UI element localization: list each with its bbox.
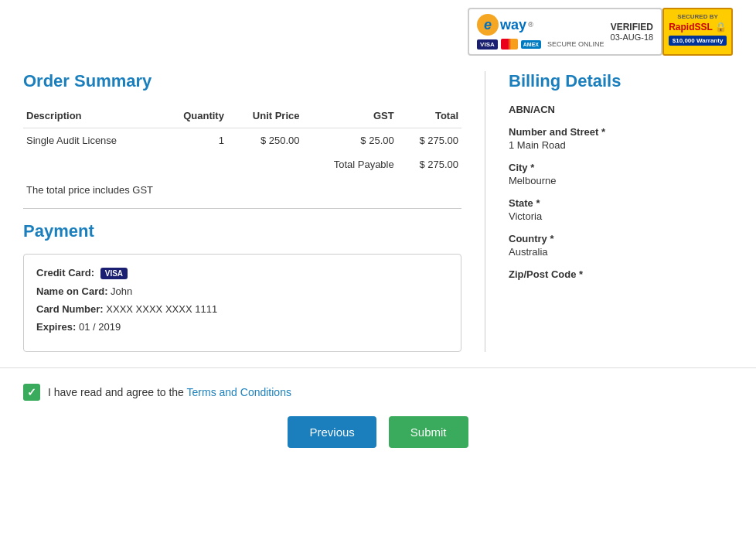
- street-label: Number and Street *: [509, 126, 733, 138]
- card-number-label: Card Number:: [36, 303, 104, 315]
- country-label: Country *: [509, 233, 733, 244]
- submit-button[interactable]: Submit: [389, 416, 468, 448]
- city-value: Melbourne: [509, 175, 733, 186]
- billing-street: Number and Street * 1 Main Road: [509, 126, 733, 151]
- previous-button[interactable]: Previous: [288, 416, 376, 448]
- trust-badges-bar: e way ® VISA AMEX SECURE ONLINE VERIFIED…: [0, 0, 756, 56]
- visa-badge: VISA: [100, 268, 128, 279]
- rapidssl-secured-by: SECURED BY: [669, 12, 727, 21]
- payment-box: Credit Card: VISA Name on Card: John Car…: [23, 254, 461, 352]
- name-on-card-label: Name on Card:: [36, 285, 107, 297]
- country-value: Australia: [509, 246, 733, 258]
- expires-value: 01 / 2019: [79, 321, 121, 333]
- credit-card-row: Credit Card: VISA: [36, 267, 448, 279]
- total-label: Total Payable: [303, 152, 397, 176]
- street-value: 1 Main Road: [509, 139, 733, 151]
- eway-way-logo: way: [500, 17, 526, 33]
- expires-row: Expires: 01 / 2019: [36, 321, 448, 333]
- billing-title: Billing Details: [509, 71, 733, 91]
- rapidssl-badge: SECURED BY RapidSSL 🔒 $10,000 Warranty: [662, 8, 733, 56]
- rapidssl-warranty: $10,000 Warranty: [669, 36, 727, 46]
- terms-row: I have read and agree to the Terms and C…: [23, 384, 733, 401]
- left-panel: Order Summary Description Quantity Unit …: [23, 71, 485, 352]
- card-number-value: XXXX XXXX XXXX 1111: [106, 303, 217, 315]
- expires-label: Expires:: [36, 321, 76, 333]
- eway-card-icons: VISA AMEX SECURE ONLINE: [477, 39, 604, 50]
- billing-state: State * Victoria: [509, 197, 733, 222]
- right-panel: Billing Details ABN/ACN Number and Stree…: [485, 71, 733, 352]
- eway-verified-section: VERIFIED 03-AUG-18: [611, 22, 654, 42]
- city-label: City *: [509, 162, 733, 173]
- gst-note: The total price includes GST: [26, 184, 458, 196]
- payment-title: Payment: [23, 221, 461, 241]
- col-quantity: Quantity: [161, 104, 227, 128]
- row-unit-price: $ 250.00: [227, 128, 303, 153]
- footer: I have read and agree to the Terms and C…: [0, 367, 756, 463]
- credit-card-label: Credit Card:: [36, 267, 94, 278]
- rapidssl-brand-text: RapidSSL: [669, 22, 712, 32]
- col-description: Description: [23, 104, 161, 128]
- eway-verified-date: 03-AUG-18: [611, 32, 654, 42]
- visa-card-icon: VISA: [477, 39, 498, 50]
- rapidssl-brand: RapidSSL 🔒: [669, 21, 727, 34]
- amex-icon: AMEX: [521, 40, 541, 49]
- row-description: Single Audit License: [23, 128, 161, 153]
- abn-label: ABN/ACN: [509, 104, 733, 115]
- col-unit-price: Unit Price: [227, 104, 303, 128]
- name-on-card-value: John: [111, 285, 132, 297]
- eway-verified-text: VERIFIED: [611, 22, 654, 32]
- terms-text: I have read and agree to the Terms and C…: [48, 386, 291, 398]
- total-value: $ 275.00: [397, 152, 461, 176]
- eway-logo-section: e way ® VISA AMEX SECURE ONLINE: [477, 14, 604, 50]
- total-spacer: [23, 152, 303, 176]
- terms-link[interactable]: Terms and Conditions: [187, 386, 291, 398]
- card-number-row: Card Number: XXXX XXXX XXXX 1111: [36, 303, 448, 315]
- total-row: Total Payable $ 275.00: [23, 152, 461, 176]
- eway-secure-text: SECURE ONLINE: [547, 40, 604, 48]
- col-gst: GST: [303, 104, 397, 128]
- table-header-row: Description Quantity Unit Price GST Tota…: [23, 104, 461, 128]
- row-quantity: 1: [161, 128, 227, 153]
- eway-badge: e way ® VISA AMEX SECURE ONLINE VERIFIED…: [468, 8, 662, 56]
- zip-label: Zip/Post Code *: [509, 268, 733, 280]
- name-on-card-row: Name on Card: John: [36, 285, 448, 297]
- order-table: Description Quantity Unit Price GST Tota…: [23, 104, 461, 176]
- row-total: $ 275.00: [397, 128, 461, 153]
- billing-abn: ABN/ACN: [509, 104, 733, 115]
- row-gst: $ 25.00: [303, 128, 397, 153]
- button-row: Previous Submit: [23, 416, 733, 448]
- terms-checkbox[interactable]: [23, 384, 40, 401]
- rapidssl-lock-icon: 🔒: [715, 22, 727, 32]
- order-summary-title: Order Summary: [23, 71, 461, 91]
- mastercard-icon: [501, 39, 518, 50]
- billing-zip: Zip/Post Code *: [509, 268, 733, 280]
- section-divider: [23, 208, 461, 209]
- state-label: State *: [509, 197, 733, 209]
- col-total: Total: [397, 104, 461, 128]
- eway-e-logo: e: [477, 14, 499, 36]
- billing-country: Country * Australia: [509, 233, 733, 258]
- terms-prefix: I have read and agree to the: [48, 386, 187, 398]
- state-value: Victoria: [509, 210, 733, 222]
- table-row: Single Audit License 1 $ 250.00 $ 25.00 …: [23, 128, 461, 153]
- eway-trademark: ®: [528, 21, 533, 29]
- main-content: Order Summary Description Quantity Unit …: [0, 56, 756, 367]
- billing-city: City * Melbourne: [509, 162, 733, 186]
